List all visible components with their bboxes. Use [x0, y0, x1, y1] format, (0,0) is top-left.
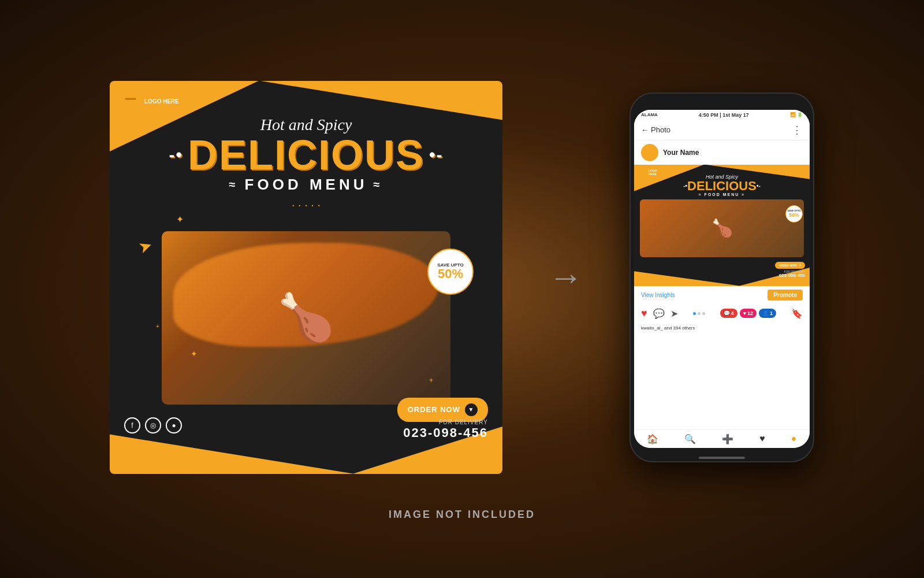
phone-save-pct: 50%	[789, 212, 799, 218]
likes-text: kwaito_al_ and 394 others	[634, 323, 810, 332]
phone-order-arrow: ▼	[799, 264, 802, 267]
delivery-info: FOR DELIVERY 023-098-456	[403, 419, 488, 440]
nav-search-icon[interactable]: 🔍	[684, 433, 696, 444]
food-menu-label: ≈ FOOD MENU ≈	[110, 176, 502, 194]
food-card: LOGO HERE Hot and Spicy -• DELICIOUS •- …	[110, 81, 502, 474]
order-arrow-icon: ▼	[465, 403, 478, 416]
hot-spicy-label: Hot and Spicy	[110, 116, 502, 134]
comment-bubble-icon: 💬	[724, 310, 730, 316]
view-insights-button[interactable]: View Insights	[641, 292, 675, 298]
card-logo: LOGO HERE	[121, 92, 491, 111]
phone-post-content: LOGOHERE Hot and Spicy -•DELICIOUS•-	[634, 165, 810, 286]
heart-bubble-icon: ♥	[743, 310, 746, 316]
home-indicator	[699, 457, 745, 459]
bottom-caption: IMAGE NOT INCLUDED	[389, 509, 535, 521]
phone-screen: ALAMA 4:50 PM | 1st May 17 📶 🔋 ← Photo ⋮…	[634, 110, 810, 448]
user-name: Your Name	[663, 149, 699, 157]
likes-description: kwaito_al_ and 394 others	[641, 325, 695, 331]
like-icon[interactable]: ♥	[641, 307, 647, 320]
comments-count: 4	[731, 310, 734, 316]
user-row: Your Name	[634, 140, 810, 165]
svg-rect-2	[125, 98, 136, 99]
star-decor-4: +	[156, 323, 159, 329]
phone-food-menu: ≈ FOOD MENU ≈	[634, 192, 810, 197]
back-arrow-icon: ←	[641, 125, 649, 134]
phone-order-btn[interactable]: ORDER NOW ▼	[775, 262, 805, 269]
likes-count: 12	[747, 310, 753, 316]
user-avatar	[641, 144, 658, 161]
header-title: Photo	[651, 125, 670, 134]
back-button[interactable]: ← Photo	[641, 125, 670, 134]
whatsapp-icon[interactable]: ●	[166, 417, 182, 433]
person-bubble-icon: 👤	[762, 310, 769, 316]
order-now-label: ORDER NOW	[408, 405, 460, 414]
nav-home-icon[interactable]: 🏠	[647, 433, 658, 444]
dash-left: -•	[169, 146, 183, 164]
phone-camera	[718, 98, 725, 105]
social-icons: f ◎ ●	[124, 417, 182, 433]
star-decor-1: ✦	[176, 214, 184, 225]
nav-profile-icon[interactable]: ●	[791, 433, 797, 444]
delicious-label: -• DELICIOUS •-	[110, 134, 502, 176]
share-icon[interactable]: ➤	[670, 308, 678, 319]
comment-icon[interactable]: 💬	[653, 308, 665, 319]
dash-right: •-	[429, 146, 444, 164]
reactions-row: ♥ 💬 ➤ 💬 4 ♥ 12	[634, 304, 810, 323]
phone-header: ← Photo ⋮	[634, 120, 810, 140]
phone-delicious: -•DELICIOUS•-	[634, 180, 810, 192]
dot-3	[702, 312, 705, 315]
phone-actions-row: View Insights Promote	[634, 286, 810, 304]
card-title-area: Hot and Spicy -• DELICIOUS •- ≈ FOOD MEN…	[110, 116, 502, 216]
facebook-icon[interactable]: f	[124, 417, 140, 433]
main-title-text: DELICIOUS	[188, 134, 424, 176]
star-decor-3: +	[429, 376, 433, 384]
comments-bubble: 💬 4	[720, 309, 737, 318]
phone-mockup: ALAMA 4:50 PM | 1st May 17 📶 🔋 ← Photo ⋮…	[629, 92, 814, 462]
followers-count: 1	[770, 310, 773, 316]
bookmark-icon[interactable]: 🔖	[791, 308, 803, 319]
subtitle-text: FOOD MENU	[245, 176, 368, 194]
logo-icon	[121, 92, 140, 111]
notification-bubbles: 💬 4 ♥ 12 👤 1	[720, 309, 776, 318]
phone-title-block: Hot and Spicy -•DELICIOUS•- ≈ FOOD MENU …	[634, 174, 810, 197]
instagram-icon[interactable]: ◎	[145, 417, 161, 433]
status-time: 4:50 PM | 1st May 17	[699, 112, 749, 118]
save-percent-text: 50%	[438, 268, 463, 280]
svg-point-4	[639, 171, 646, 173]
promote-button[interactable]: Promote	[767, 290, 803, 301]
phone-order-label: ORDER NOW	[778, 264, 797, 267]
phone-delivery-num: 023-098-456	[779, 273, 805, 278]
logo-text: LOGO HERE	[144, 98, 179, 105]
dots-navigation	[693, 312, 705, 315]
phone-save-badge: SAVE UPTO 50%	[785, 205, 803, 223]
for-delivery-label: FOR DELIVERY	[403, 419, 488, 425]
status-bar: ALAMA 4:50 PM | 1st May 17 📶 🔋	[634, 110, 810, 120]
status-carrier: ALAMA	[641, 112, 658, 117]
grid-dots-decoration	[470, 91, 491, 112]
order-now-button[interactable]: ORDER NOW ▼	[397, 398, 488, 422]
main-container: LOGO HERE Hot and Spicy -• DELICIOUS •- …	[0, 58, 924, 497]
star-decor-2: ✦	[191, 349, 198, 358]
followers-bubble: 👤 1	[759, 309, 776, 318]
delivery-number: 023-098-456	[403, 425, 488, 440]
likes-bubble: ♥ 12	[740, 309, 757, 318]
food-image	[162, 231, 450, 405]
dot-2	[698, 312, 701, 315]
wave-left: ≈	[229, 178, 239, 191]
nav-add-icon[interactable]: ➕	[722, 433, 733, 444]
more-options-button[interactable]: ⋮	[792, 124, 803, 136]
status-icons: 📶 🔋	[790, 112, 803, 117]
wave-right: ≈	[373, 178, 383, 191]
action-icons: ♥ 💬 ➤	[641, 307, 678, 320]
save-badge: SAVE UPTO 50%	[427, 249, 474, 295]
dots-decoration: · · · · ·	[110, 198, 502, 212]
nav-heart-icon[interactable]: ♥	[759, 433, 765, 444]
phone-post-image: LOGOHERE Hot and Spicy -•DELICIOUS•-	[634, 165, 810, 286]
dot-1	[693, 312, 696, 315]
bottom-nav-bar: 🏠 🔍 ➕ ♥ ●	[634, 429, 810, 448]
phone-food-img: 🍗	[640, 199, 804, 257]
arrow-indicator: →	[549, 257, 583, 297]
